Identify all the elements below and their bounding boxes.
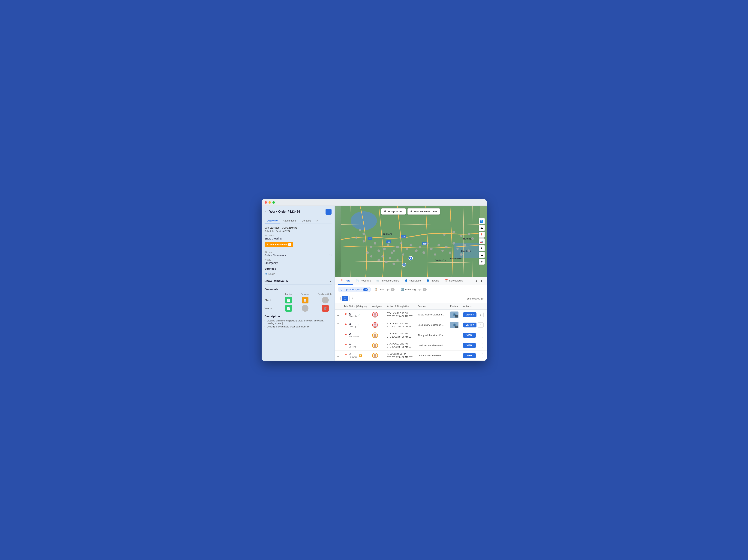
financials-title: Financials: [264, 287, 331, 291]
scheduled-service-label: Scheduled Service#: [264, 230, 285, 233]
row2-pin-icon: 📍: [344, 323, 348, 327]
row5-view-button[interactable]: VIEW: [463, 353, 476, 358]
map-ctrl-pin[interactable]: 📍: [479, 232, 485, 238]
assign-storm-label: Assign Storm: [388, 210, 403, 213]
row5-action-buttons: VIEW ⋮: [463, 353, 484, 358]
nav-tab-payable[interactable]: 👤 Payable: [424, 277, 442, 285]
snow-removal-row[interactable]: Snow Removal 5 ∨: [264, 277, 331, 284]
nav-tab-scheduled[interactable]: 📅 Scheduled S: [442, 277, 466, 285]
tab-more[interactable]: N›: [314, 218, 319, 224]
sub-tab-recurring-trips[interactable]: 🔄 Recurring Trips 3: [398, 287, 429, 292]
vendor-po-button[interactable]: 🛒: [322, 305, 329, 312]
sub-tab-trips-in-progress[interactable]: ◇ Trips In Progress 10: [338, 287, 371, 292]
info-circle-icon[interactable]: ⓘ: [329, 254, 331, 257]
back-icon[interactable]: ←: [264, 210, 268, 214]
nav-tab-purchase-orders[interactable]: 🛒 Purchase Orders: [374, 277, 401, 285]
row4-more-button[interactable]: ⋮: [477, 343, 483, 348]
svg-point-27: [410, 244, 412, 246]
col-arrival: Arrival & Completion: [385, 303, 415, 310]
svg-point-78: [373, 356, 377, 358]
select-all-checkbox[interactable]: [338, 297, 341, 300]
row2-more-button[interactable]: ⋮: [477, 322, 484, 328]
main-window: ← Work Order #123456 ⋮ Overview Attachme…: [262, 200, 487, 360]
nav-tab-receivable[interactable]: 👤 Receivable: [402, 277, 423, 285]
row4-view-button[interactable]: VIEW: [463, 343, 476, 348]
action-required-label: Action Required: [270, 243, 287, 246]
traffic-light-yellow[interactable]: [268, 201, 271, 204]
map-ctrl-cloud[interactable]: ☁: [479, 252, 485, 258]
nav-tab-proposals[interactable]: 📄 Proposals: [353, 277, 374, 285]
svg-point-39: [457, 248, 459, 250]
download-action-button[interactable]: ⬇: [474, 278, 478, 283]
sub-tab-draft-trips[interactable]: 📋 Draft Trips 4: [372, 287, 397, 292]
row3-more-button[interactable]: ⋮: [477, 333, 483, 338]
site-name-value: Galvin Elementary: [264, 254, 286, 257]
row2-photo-thumb[interactable]: 2+: [450, 322, 459, 328]
services-section: Services ✻ Snow Snow Removal 5 ∨: [264, 267, 331, 284]
row5-actions-cell: VIEW ⋮: [461, 351, 486, 360]
snow-icon: ✻: [264, 272, 267, 276]
row4-checkbox-cell: [335, 341, 342, 351]
tab-overview[interactable]: Overview: [264, 218, 280, 224]
row5-pin-icon: 📍: [344, 354, 348, 357]
row1-photo-thumb[interactable]: 2+: [450, 311, 459, 318]
svg-point-47: [381, 255, 384, 257]
svg-text:Yonkers: Yonkers: [382, 233, 392, 235]
tab-contacts[interactable]: Contacts: [300, 218, 313, 224]
row1-checkbox[interactable]: [337, 313, 340, 316]
work-order-menu-button[interactable]: ⋮: [326, 209, 331, 215]
assign-storm-button[interactable]: 🌩 Assign Storm: [381, 208, 406, 214]
client-proposal-button[interactable]: 📋: [302, 297, 308, 303]
row3-trip-cat: Salt pickup: [349, 335, 359, 338]
traffic-light-red[interactable]: [264, 201, 267, 204]
map-ctrl-snow[interactable]: ❄: [479, 259, 485, 265]
row4-checkbox[interactable]: [337, 344, 340, 346]
svg-point-31: [426, 242, 429, 244]
map-ctrl-temp[interactable]: 🌡: [479, 245, 485, 251]
info-toolbar-button[interactable]: ⓘ: [342, 296, 348, 301]
svg-point-41: [464, 244, 466, 246]
traffic-light-green[interactable]: [273, 201, 275, 204]
row3-view-button[interactable]: VIEW: [463, 333, 476, 338]
svg-text:Farmingdale: Farmingdale: [450, 257, 462, 260]
nav-tab-trips[interactable]: 📍 Trips: [338, 277, 353, 285]
map-ctrl-people[interactable]: 👥: [479, 218, 485, 224]
map-ctrl-mountain[interactable]: ⛰: [479, 225, 485, 231]
sc-number: 12345678: [270, 227, 279, 229]
storm-icon: 🌩: [384, 210, 386, 213]
row1-action-buttons: VERIFY ⋮: [463, 312, 484, 317]
map-ctrl-car[interactable]: 🚗: [479, 238, 485, 244]
row3-checkbox[interactable]: [337, 334, 340, 336]
svg-text:Garden City: Garden City: [435, 259, 446, 261]
row5-checkbox[interactable]: [337, 354, 340, 356]
row5-more-button[interactable]: ⋮: [477, 353, 483, 358]
recurring-trips-icon: 🔄: [401, 288, 404, 291]
download-toolbar-button[interactable]: ⬇: [349, 296, 355, 301]
trips-icon: 📍: [340, 279, 343, 282]
row1-more-button[interactable]: ⋮: [477, 312, 484, 317]
sub-tabs-row: ◇ Trips In Progress 10 📋 Draft Trips 4 🔄…: [335, 285, 487, 294]
svg-text:495: 495: [423, 243, 426, 245]
row2-checkbox[interactable]: [337, 324, 340, 326]
row3-action-buttons: VIEW ⋮: [463, 333, 484, 338]
svg-point-25: [405, 248, 408, 250]
client-invoice-button[interactable]: 📄: [285, 297, 292, 303]
svg-point-76: [373, 346, 377, 348]
row1-verify-button[interactable]: VERIFY: [463, 312, 476, 317]
row5-in-badge: IN: [359, 354, 362, 357]
row2-verify-button[interactable]: VERIFY: [463, 323, 476, 327]
action-required-badge[interactable]: ⚠ Action Required 1: [264, 242, 294, 247]
tab-attachments[interactable]: Attachments: [281, 218, 299, 224]
draft-trips-count: 4: [391, 288, 395, 291]
row5-service-cell: Check in with the owner...: [415, 351, 448, 360]
bottom-section: 📍 Trips 📄 Proposals 🛒 Purchase Orders 👤 …: [335, 277, 487, 360]
nav-tabs-row: 📍 Trips 📄 Proposals 🛒 Purchase Orders 👤 …: [335, 277, 487, 285]
view-snowfall-button[interactable]: ❄ View Snowfall Totals: [407, 208, 440, 214]
trips-in-progress-count: 10: [363, 288, 368, 291]
vendor-invoice-button[interactable]: 📄: [285, 305, 292, 312]
svg-point-49: [389, 257, 391, 259]
upload-action-button[interactable]: ⬆: [480, 278, 484, 283]
scheduled-service-number: 1234: [285, 230, 290, 233]
work-order-header: ← Work Order #123456 ⋮: [264, 209, 331, 215]
row3-assignee-cell: [370, 330, 385, 341]
